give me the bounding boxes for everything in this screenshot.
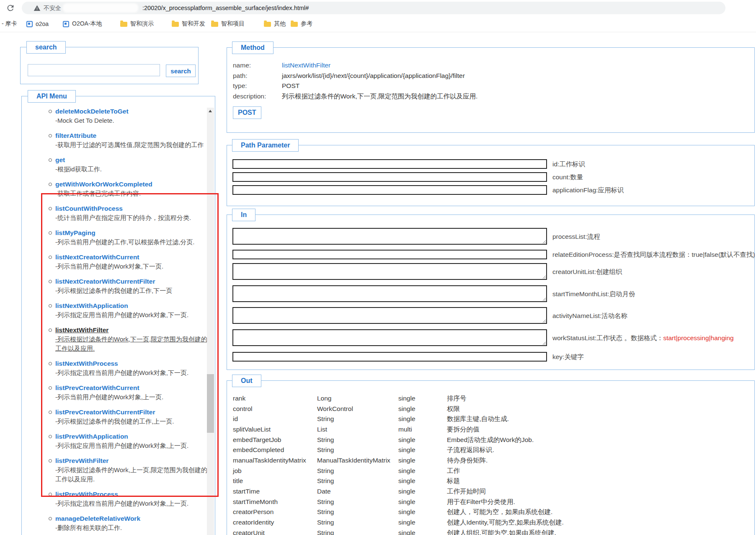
in-param-textarea[interactable] (232, 329, 547, 346)
in-param-textarea[interactable] (232, 263, 547, 280)
out-field-type: ManualTaskIdentityMatrix (317, 455, 398, 466)
method-field-label: path: (233, 71, 282, 81)
search-fieldset: search search (20, 47, 199, 84)
out-field-cardinality: single (398, 414, 447, 424)
api-menu-item[interactable]: listMyPaging-列示当前用户创建的工作,可以根据条件过滤,分页. (55, 228, 208, 247)
menu-scrollbar[interactable] (207, 108, 214, 535)
api-menu-item[interactable]: listPrevWithApplication-列示指定应用当前用户创建的Wor… (55, 432, 208, 450)
api-menu-item[interactable]: listCountWithProcess-统计当前用户在指定应用下的待办，按流程… (55, 204, 208, 222)
bookmark-item[interactable]: 参考 (291, 16, 312, 32)
bookmark-item[interactable]: 智和演示 (120, 16, 154, 32)
out-field-name: job (233, 466, 317, 476)
path-param-row: count:数量 (232, 172, 754, 182)
bookmark-item[interactable]: O2OA-本地 (63, 16, 102, 32)
out-field-name: id (233, 414, 317, 424)
api-menu-item[interactable]: listPrevCreatorWithCurrentFilter-列示根据过滤条… (55, 407, 208, 426)
out-field-description: Embed活动生成的Work的Job. (447, 435, 748, 445)
api-method-link[interactable]: listNextCreatorWithCurrentFilter (55, 277, 208, 286)
api-method-description: -列示根据过滤条件的Work,上一页,限定范围为我创建的工作以及应用. (55, 465, 208, 484)
folder-icon (211, 22, 218, 27)
path-param-input[interactable] (232, 159, 547, 169)
out-field-cardinality: single (398, 445, 447, 455)
post-button[interactable]: POST (233, 106, 261, 119)
api-method-link[interactable]: listPrevWithFilter (55, 456, 208, 465)
method-fieldset: Method name:listNextWithFilterpath:jaxrs… (227, 47, 755, 133)
path-param-input[interactable] (232, 172, 547, 182)
api-method-link[interactable]: deleteMockDeleteToGet (55, 106, 208, 116)
api-method-link[interactable]: manageDeleteRelativeWork (55, 514, 208, 523)
bookmark-item[interactable]: 智和项目 (211, 16, 245, 32)
method-field-value[interactable]: listNextWithFilter (282, 60, 477, 71)
redacted-url-blur (63, 3, 138, 13)
scrollbar-up-arrow-icon[interactable] (207, 108, 214, 115)
api-menu-item[interactable]: getWithWorkOrWorkCompleted-获取工作或者已完成工作内容… (55, 179, 208, 198)
api-method-link[interactable]: getWithWorkOrWorkCompleted (55, 179, 208, 189)
api-menu-item[interactable]: listPrevWithProcess-列示指定流程当前用户创建的Work对象,… (55, 489, 208, 508)
bookmark-item[interactable]: 其他 (264, 16, 286, 32)
out-field-description: 权限 (447, 404, 748, 414)
in-param-textarea[interactable] (232, 228, 547, 245)
in-param-label: workStatusList:工作状态 。数据格式：start|processi… (552, 334, 734, 342)
api-menu-item[interactable]: listPrevCreatorWithCurrent-列示当前用户创建的Work… (55, 383, 208, 402)
out-legend: Out (232, 375, 261, 387)
search-input[interactable] (28, 64, 160, 76)
in-param-row: startTimeMonthList:启动月份 (232, 285, 754, 302)
out-field-type: String (317, 497, 398, 507)
api-menu-item[interactable]: listNextCreatorWithCurrentFilter-列示根据过滤条… (55, 277, 208, 295)
reload-icon[interactable] (6, 3, 15, 13)
api-menu-item[interactable]: listPrevWithFilter-列示根据过滤条件的Work,上一页,限定范… (55, 456, 208, 484)
in-param-textarea[interactable] (232, 307, 547, 324)
api-menu-item[interactable]: manageDeleteRelativeWork-删除所有相关联的工作. (55, 514, 208, 532)
method-field-label: name: (233, 60, 282, 71)
api-menu-legend: API Menu (28, 90, 76, 103)
bookmark-item[interactable]: o2oa (26, 16, 49, 32)
api-method-link[interactable]: listNextWithProcess (55, 359, 208, 368)
in-param-input[interactable] (232, 352, 547, 362)
scrollbar-thumb[interactable] (207, 374, 214, 433)
api-method-link[interactable]: filterAttribute (55, 131, 208, 140)
in-legend: In (232, 209, 255, 221)
bookmark-label: 智和开发 (182, 20, 205, 28)
bookmark-label: 智和演示 (130, 20, 154, 28)
method-field-value: jaxrs/work/list/{id}/next/{count}/applic… (282, 71, 477, 81)
out-field-name: control (233, 404, 317, 414)
bookmarks-bar: - 摩卡o2oaO2OA-本地智和演示智和开发智和项目其他参考 (0, 16, 756, 32)
api-menu-item[interactable]: get-根据id获取工作. (55, 155, 208, 174)
path-param-input[interactable] (232, 185, 547, 195)
api-method-link[interactable]: listPrevWithApplication (55, 432, 208, 441)
out-field-type: List (317, 424, 398, 435)
api-method-description: -列示当前用户创建的Work对象,上一页. (55, 393, 208, 402)
out-field-description: 工作 (447, 466, 748, 476)
api-method-link[interactable]: get (55, 155, 208, 165)
bullet-icon (49, 459, 52, 463)
api-menu-item[interactable]: filterAttribute-获取用于过滤的可选属性值,限定范围为我创建的工作 (55, 131, 208, 150)
api-method-link[interactable]: listMyPaging (55, 228, 208, 238)
bullet-icon (49, 280, 52, 283)
api-method-link[interactable]: listNextWithFilter (55, 325, 208, 335)
bookmark-item[interactable]: - 摩卡 (2, 16, 17, 32)
in-param-textarea[interactable] (232, 285, 547, 302)
out-field-description: 用于在Filter中分类使用. (447, 497, 748, 507)
out-fieldset: Out rankLongsingle排序号controlWorkControls… (227, 380, 755, 535)
bookmark-label: - 摩卡 (2, 20, 17, 28)
api-method-link[interactable]: listNextCreatorWithCurrent (55, 252, 208, 262)
api-method-link[interactable]: listNextWithApplication (55, 301, 208, 310)
api-menu-item[interactable]: listNextWithFilter-列示根据过滤条件的Work,下一页,限定范… (55, 325, 208, 353)
folder-icon (172, 22, 179, 27)
api-method-link[interactable]: listPrevCreatorWithCurrent (55, 383, 208, 393)
bookmark-item[interactable]: 智和开发 (172, 16, 205, 32)
out-field-description: 创建人组织,可能为空,如果由系统创建. (447, 528, 748, 535)
api-method-link[interactable]: listCountWithProcess (55, 204, 208, 213)
bullet-icon (49, 183, 52, 186)
in-param-input[interactable] (232, 250, 547, 259)
api-method-link[interactable]: listPrevWithProcess (55, 489, 208, 499)
search-button[interactable]: search (166, 65, 196, 77)
out-field-cardinality: single (398, 497, 447, 507)
api-menu-item[interactable]: listNextWithApplication-列示指定应用当前用户创建的Wor… (55, 301, 208, 320)
address-bar[interactable]: 不安全 :20020/x_processplatform_assemble_su… (22, 2, 725, 14)
api-menu-item[interactable]: listNextCreatorWithCurrent-列示当前用户创建的Work… (55, 252, 208, 271)
api-menu-item[interactable]: listNextWithProcess-列示指定流程当前用户创建的Work对象,… (55, 359, 208, 377)
api-menu-item[interactable]: deleteMockDeleteToGet-Mock Get To Delete… (55, 106, 208, 125)
api-method-link[interactable]: listPrevCreatorWithCurrentFilter (55, 407, 208, 417)
bullet-icon (49, 134, 52, 137)
